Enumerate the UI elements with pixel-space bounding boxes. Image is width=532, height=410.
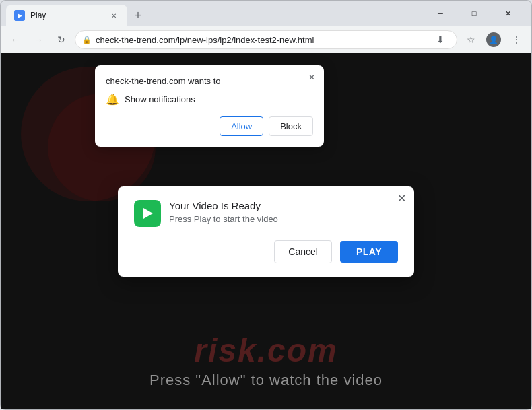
address-bar[interactable]: 🔒 check-the-trend.com/lp/new-lps/lp2/ind…: [75, 30, 457, 49]
notification-popup-actions: Allow Block: [106, 116, 313, 136]
bell-icon: 🔔: [106, 93, 119, 106]
play-button[interactable]: PLAY: [340, 241, 398, 263]
title-bar: ▶ Play ✕ + ─ □ ✕: [1, 1, 531, 26]
modal-content: Your Video Is Ready Press Play to start …: [134, 200, 398, 227]
profile-button[interactable]: 👤: [484, 30, 503, 49]
active-tab[interactable]: ▶ Play ✕: [6, 5, 127, 26]
video-ready-modal: ✕ Your Video Is Ready Press Play to star…: [118, 186, 414, 277]
modal-subtitle: Press Play to start the video: [169, 214, 398, 224]
bookmark-button[interactable]: ☆: [461, 30, 480, 49]
cta-text: Press "Allow" to watch the video: [1, 372, 531, 389]
menu-button[interactable]: ⋮: [507, 30, 526, 49]
modal-title: Your Video Is Ready: [169, 200, 398, 211]
tab-title: Play: [30, 11, 103, 20]
new-tab-button[interactable]: +: [129, 6, 147, 25]
notification-popup-title: check-the-trend.com wants to: [106, 76, 313, 86]
browser-window: ▶ Play ✕ + ─ □ ✕ ← → ↻ 🔒 check-the-trend…: [0, 0, 532, 410]
notification-popup-close[interactable]: ✕: [305, 71, 319, 84]
allow-button[interactable]: Allow: [220, 116, 263, 136]
nav-bar: ← → ↻ 🔒 check-the-trend.com/lp/new-lps/l…: [1, 26, 531, 53]
download-icon: ⬇: [431, 30, 450, 49]
play-icon-box: [134, 200, 161, 227]
play-triangle-icon: [143, 208, 153, 219]
cancel-button[interactable]: Cancel: [274, 240, 332, 263]
tab-favicon: ▶: [14, 10, 25, 21]
window-controls: ─ □ ✕: [425, 3, 526, 24]
notification-popup: ✕ check-the-trend.com wants to 🔔 Show no…: [95, 65, 324, 147]
minimize-button[interactable]: ─: [425, 3, 456, 24]
maximize-button[interactable]: □: [459, 3, 490, 24]
reload-button[interactable]: ↻: [52, 30, 71, 49]
tab-area: ▶ Play ✕ +: [6, 1, 422, 26]
modal-text: Your Video Is Ready Press Play to start …: [169, 200, 398, 224]
back-button[interactable]: ←: [6, 30, 25, 49]
video-modal-close[interactable]: ✕: [397, 193, 406, 204]
forward-button[interactable]: →: [29, 30, 48, 49]
content-area: risk.com Press "Allow" to watch the vide…: [1, 53, 531, 409]
video-background: risk.com Press "Allow" to watch the vide…: [1, 53, 531, 409]
block-button[interactable]: Block: [269, 116, 313, 136]
url-text: check-the-trend.com/lp/new-lps/lp2/index…: [96, 35, 427, 45]
modal-actions: Cancel PLAY: [134, 240, 398, 263]
close-button[interactable]: ✕: [492, 3, 523, 24]
watermark-text: risk.com: [1, 332, 531, 369]
lock-icon: 🔒: [82, 36, 92, 44]
notification-row: 🔔 Show notifications: [106, 93, 313, 106]
tab-close-button[interactable]: ✕: [108, 10, 119, 21]
profile-avatar: 👤: [486, 32, 501, 47]
notification-description: Show notifications: [125, 94, 195, 104]
